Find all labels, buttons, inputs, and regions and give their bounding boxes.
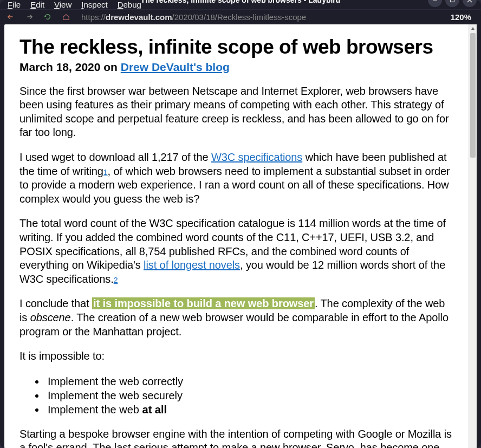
url-bar[interactable]: https://drewdevault.com/2020/03/18/Reckl…: [79, 10, 439, 24]
viewport: The reckless, infinite scope of web brow…: [4, 24, 477, 448]
close-button[interactable]: [463, 0, 477, 7]
impossible-list: Implement the web correctly Implement th…: [46, 374, 453, 417]
scroll-up-arrow[interactable]: [469, 24, 477, 33]
paragraph-5: It is impossible to:: [20, 349, 453, 363]
paragraph-4: I conclude that it is impossible to buil…: [20, 297, 453, 339]
forward-button[interactable]: [24, 11, 35, 22]
paragraph-1: Since the first browser war between Nets…: [20, 85, 453, 140]
list-item: Implement the web securely: [46, 388, 453, 402]
blog-link[interactable]: Drew DeVault's blog: [121, 61, 230, 73]
svg-rect-1: [451, 0, 454, 2]
footnote-1[interactable]: 1: [103, 168, 108, 177]
url-path: /2020/03/18/Reckless-limitless-scope: [172, 12, 307, 22]
maximize-button[interactable]: [445, 0, 459, 7]
longest-novels-link[interactable]: list of longest novels: [144, 259, 240, 271]
url-scheme: https://: [81, 12, 106, 22]
reload-button[interactable]: [42, 11, 53, 22]
list-item: Implement the web correctly: [46, 374, 453, 388]
back-button[interactable]: [5, 11, 16, 22]
page-subtitle: March 18, 2020 on Drew DeVault's blog: [20, 61, 453, 74]
page-content: The reckless, infinite scope of web brow…: [4, 24, 469, 448]
list-item: Implement the web at all: [46, 402, 453, 417]
zoom-indicator[interactable]: 120%: [446, 12, 476, 22]
browser-window: The reckless, infinite scope of web brow…: [0, 0, 481, 448]
minimize-button[interactable]: [428, 0, 442, 7]
paragraph-2: I used wget to download all 1,217 of the…: [20, 151, 453, 206]
paragraph-6: Starting a bespoke browser engine with t…: [20, 427, 453, 448]
window-title: The reckless, infinite scope of web brow…: [0, 0, 481, 4]
footnote-2[interactable]: 2: [114, 276, 118, 284]
toolbar: https://drewdevault.com/2020/03/18/Reckl…: [0, 9, 481, 24]
scroll-thumb[interactable]: [470, 33, 476, 158]
window-controls: [428, 0, 477, 7]
vertical-scrollbar[interactable]: [469, 24, 477, 448]
paragraph-3: The total word count of the W3C specific…: [20, 217, 453, 286]
url-host: drewdevault.com: [106, 12, 172, 22]
page-title: The reckless, infinite scope of web brow…: [20, 36, 453, 59]
home-button[interactable]: [61, 11, 72, 22]
highlight: it is impossible to build a new web brow…: [92, 297, 315, 309]
w3c-specs-link[interactable]: W3C specifications: [211, 151, 302, 163]
